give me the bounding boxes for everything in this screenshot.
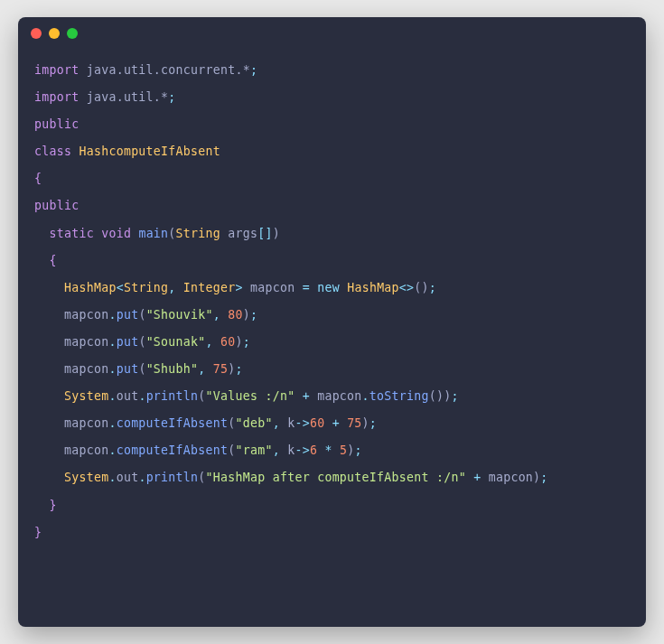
semicolon: ;: [243, 335, 250, 349]
plus: +: [324, 416, 347, 430]
keyword-class: class: [34, 145, 71, 158]
dot: .: [108, 389, 116, 403]
lparen: (: [138, 362, 145, 376]
diamond: <>: [399, 281, 414, 294]
class-name: HashcomputeIfAbsent: [79, 145, 220, 158]
close-brace: }: [49, 499, 56, 512]
identifier: mapcon: [64, 362, 108, 376]
code-window: import java.util.concurrent.*; import ja…: [18, 17, 646, 627]
dot: .: [108, 443, 116, 457]
rparen: ): [362, 416, 369, 430]
keyword-static: static: [49, 227, 93, 240]
dot: .: [138, 471, 145, 484]
identifier: mapcon: [489, 471, 533, 484]
semicolon: ;: [452, 389, 459, 403]
comma: ,: [206, 335, 220, 349]
identifier: mapcon: [64, 335, 108, 349]
number-literal: 60: [220, 335, 235, 349]
parens: (): [414, 281, 428, 294]
lparen: (: [228, 443, 235, 457]
dot: .: [108, 308, 116, 322]
code-content: import java.util.concurrent.*; import ja…: [18, 50, 646, 563]
rparen: ): [444, 389, 451, 403]
package-path: java.util.concurrent.*: [87, 63, 250, 77]
semicolon: ;: [429, 281, 436, 294]
rparen: ): [236, 335, 243, 349]
type-string: String: [176, 227, 220, 240]
open-brace: {: [34, 172, 42, 185]
method-compute: computeIfAbsent: [117, 416, 229, 430]
comma: ,: [198, 362, 212, 376]
semicolon: ;: [250, 308, 257, 322]
lparen: (: [138, 308, 145, 322]
string-literal: "HashMap after computeIfAbsent :/n": [206, 471, 466, 484]
lparen: (: [228, 416, 235, 430]
comma: ,: [213, 308, 228, 322]
keyword-new: new: [317, 281, 340, 294]
dot: .: [108, 335, 116, 349]
minimize-icon[interactable]: [49, 28, 60, 39]
equals: =: [303, 281, 310, 294]
identifier: out: [117, 471, 139, 484]
method-put: put: [117, 308, 139, 322]
lparen: (: [198, 389, 205, 403]
method-tostring: toString: [369, 389, 429, 403]
keyword-void: void: [101, 227, 131, 240]
lparen: (: [138, 335, 145, 349]
method-put: put: [117, 362, 139, 376]
plus: +: [466, 471, 489, 484]
package-path: java.util.*: [87, 90, 169, 104]
semicolon: ;: [236, 362, 243, 376]
string-literal: "ram": [236, 443, 273, 457]
lt: <: [117, 281, 124, 294]
comma: ,: [168, 281, 182, 294]
keyword-public: public: [34, 199, 79, 212]
lparen: (: [168, 227, 175, 240]
method-compute: computeIfAbsent: [117, 443, 229, 457]
comma: ,: [273, 416, 287, 430]
method-put: put: [117, 335, 139, 349]
dot: .: [362, 389, 369, 403]
gt: >: [236, 281, 243, 294]
rparen: ): [228, 362, 235, 376]
dot: .: [108, 416, 116, 430]
generic-type: String: [124, 281, 168, 294]
string-literal: "deb": [236, 416, 273, 430]
identifier: mapcon: [64, 416, 108, 430]
maximize-icon[interactable]: [67, 28, 78, 39]
arrow: ->: [295, 416, 309, 430]
number-literal: 75: [347, 416, 361, 430]
lparen: (: [198, 471, 205, 484]
arrow: ->: [295, 443, 309, 457]
titlebar: [18, 17, 646, 50]
type-system: System: [64, 389, 108, 403]
close-brace: }: [34, 526, 42, 539]
identifier: mapcon: [64, 308, 108, 322]
method-println: println: [146, 471, 199, 484]
identifier: mapcon: [64, 443, 108, 457]
type-hashmap: HashMap: [347, 281, 399, 294]
semicolon: ;: [540, 471, 547, 484]
generic-type: Integer: [183, 281, 236, 294]
close-icon[interactable]: [31, 28, 42, 39]
keyword-import: import: [34, 63, 79, 77]
number-literal: 60: [310, 416, 324, 430]
brackets: []: [257, 227, 272, 240]
identifier: mapcon: [250, 281, 295, 294]
method-println: println: [146, 389, 199, 403]
dot: .: [108, 362, 116, 376]
string-literal: "Sounak": [146, 335, 206, 349]
number-literal: 80: [228, 308, 242, 322]
parens: (): [429, 389, 444, 403]
open-brace: {: [49, 254, 56, 267]
rparen: ): [273, 227, 280, 240]
comma: ,: [273, 443, 287, 457]
string-literal: "Shubh": [146, 362, 199, 376]
keyword-import: import: [34, 90, 79, 104]
rparen: ): [243, 308, 250, 322]
identifier: mapcon: [317, 389, 361, 403]
method-name: main: [138, 227, 168, 240]
keyword-public: public: [34, 117, 79, 131]
identifier: args: [228, 227, 257, 240]
semicolon: ;: [250, 63, 257, 77]
